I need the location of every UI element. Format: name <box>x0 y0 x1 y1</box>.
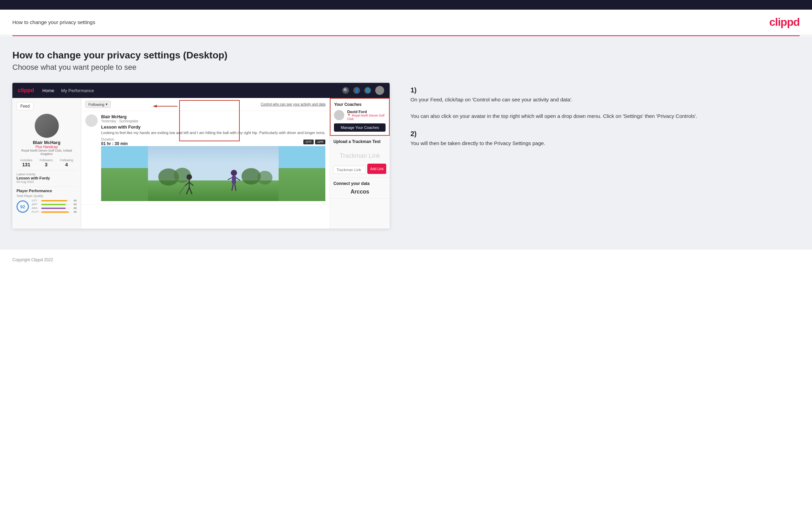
app-mockup-wrapper: clippd Home My Performance 🔍 👤 🌐 <box>12 83 390 229</box>
following-button[interactable]: Following ▾ <box>85 101 111 108</box>
latest-activity-date: 03 Aug 2022 <box>17 180 77 184</box>
instruction-1: 1) On your Feed, click/tap on 'Control w… <box>410 86 800 120</box>
app-mockup: clippd Home My Performance 🔍 👤 🌐 <box>12 83 390 229</box>
profile-photo <box>35 114 59 138</box>
app-nav: clippd Home My Performance 🔍 👤 🌐 <box>12 83 390 98</box>
stat-activities-value: 131 <box>20 162 32 167</box>
stat-followers-value: 3 <box>40 162 53 167</box>
header: How to change your privacy settings clip… <box>0 10 812 35</box>
app-nav-items: Home My Performance <box>42 88 94 93</box>
tag-app: APP <box>315 140 325 144</box>
activity-duration: Duration 01 hr : 30 min <box>101 137 128 146</box>
svg-rect-14 <box>232 176 236 184</box>
instruction-1-num: 1) <box>410 86 800 94</box>
app-nav-logo: clippd <box>18 87 34 93</box>
instruction-2-num: 2) <box>410 130 800 138</box>
svg-point-13 <box>231 170 237 176</box>
app-main: Following ▾ Control who can see your act… <box>81 98 329 229</box>
activity-item: Blair McHarg Yesterday · Sunningdale Les… <box>81 111 329 205</box>
coach-name: David Ford <box>347 110 386 114</box>
bar-app: APP 85 <box>32 203 77 206</box>
app-sidebar: Feed Blair McHarg Plus Handicap Royal No… <box>12 98 81 229</box>
activity-name: Blair McHarg <box>101 114 325 119</box>
footer-text: Copyright Clippd 2022 <box>12 257 53 262</box>
trackman-section: Upload a Trackman Test Trackman Link Add… <box>330 136 390 178</box>
sidebar-profile: Blair McHarg Plus Handicap Royal North D… <box>17 114 77 167</box>
stat-activities-label: Activities <box>20 158 32 162</box>
stat-following-label: Following <box>60 158 73 162</box>
quality-score: 92 <box>17 200 29 213</box>
nav-item-home[interactable]: Home <box>42 88 54 93</box>
instruction-1-text: On your Feed, click/tap on 'Control who … <box>410 96 800 120</box>
instruction-2-text: You will then be taken directly to the P… <box>410 139 800 147</box>
coach-info: David Ford 📍 Royal North Devon Golf Club <box>347 110 386 121</box>
activity-title: Lesson with Fordy <box>101 124 325 130</box>
manage-coaches-button[interactable]: Manage Your Coaches <box>334 123 386 132</box>
stat-following-value: 4 <box>60 162 73 167</box>
nav-item-performance[interactable]: My Performance <box>61 88 94 93</box>
coaches-section: Your Coaches David Ford 📍 Royal North De… <box>331 99 389 135</box>
demo-area: clippd Home My Performance 🔍 👤 🌐 <box>12 83 800 229</box>
user-avatar-nav[interactable] <box>375 86 384 95</box>
connect-data-title: Connect your data <box>333 181 386 186</box>
trackman-placeholder: Trackman Link <box>333 147 386 162</box>
quality-bars: OTT 90 APP 85 <box>32 199 77 214</box>
svg-point-5 <box>257 171 272 185</box>
player-performance: Player Performance Total Player Quality … <box>17 186 77 214</box>
feed-tab[interactable]: Feed <box>17 102 33 110</box>
activity-content: Blair McHarg Yesterday · Sunningdale Les… <box>101 114 325 201</box>
globe-icon[interactable]: 🌐 <box>364 87 371 94</box>
activity-avatar <box>85 114 98 127</box>
profile-level: Plus Handicap <box>17 145 77 149</box>
bar-ott: OTT 90 <box>32 199 77 202</box>
profile-photo-inner <box>35 114 59 138</box>
add-link-button[interactable]: Add Link <box>367 164 386 174</box>
clippd-logo: clippd <box>769 16 800 29</box>
arccos-label: Arccos <box>333 189 386 195</box>
app-right-panel: Your Coaches David Ford 📍 Royal North De… <box>329 98 390 229</box>
perf-title: Player Performance <box>17 189 77 193</box>
quality-content: 92 OTT 90 APP <box>17 199 77 214</box>
latest-activity-label: Latest Activity <box>17 173 77 176</box>
bar-putt: PUTT 96 <box>32 210 77 213</box>
control-privacy-link[interactable]: Control who can see your activity and da… <box>261 102 325 106</box>
page-subheading: Choose what you want people to see <box>12 63 800 72</box>
app-nav-right: 🔍 👤 🌐 <box>342 86 384 95</box>
trackman-input[interactable] <box>333 166 366 174</box>
coaches-title: Your Coaches <box>334 102 386 107</box>
header-title: How to change your privacy settings <box>12 19 95 25</box>
tag-ott: OTT <box>303 140 314 144</box>
latest-activity: Latest Activity Lesson with Fordy 03 Aug… <box>17 170 77 184</box>
profile-stats: Activities 131 Followers 3 Following 4 <box>17 158 77 167</box>
main-content: How to change your privacy settings (Des… <box>0 36 812 249</box>
stat-activities: Activities 131 <box>20 158 32 167</box>
footer: Copyright Clippd 2022 <box>0 249 812 269</box>
latest-activity-name: Lesson with Fordy <box>17 176 77 180</box>
activity-description: Looking to feel like my hands are exitin… <box>101 130 325 135</box>
trackman-title: Upload a Trackman Test <box>333 139 386 144</box>
activity-meta: Yesterday · Sunningdale <box>101 119 325 123</box>
feed-header: Following ▾ Control who can see your act… <box>81 98 329 111</box>
trackman-input-row: Add Link <box>333 164 386 174</box>
top-bar <box>0 0 812 10</box>
search-icon[interactable]: 🔍 <box>342 87 349 94</box>
coach-club-name: Royal North Devon Golf Club <box>347 114 385 121</box>
svg-point-6 <box>186 174 192 180</box>
coach-item: David Ford 📍 Royal North Devon Golf Club <box>334 110 386 121</box>
coach-avatar <box>334 110 344 120</box>
quality-label: Total Player Quality <box>17 194 77 198</box>
app-body: Feed Blair McHarg Plus Handicap Royal No… <box>12 98 390 229</box>
connect-data-section: Connect your data Arccos <box>330 178 390 199</box>
profile-club: Royal North Devon Golf Club, United King… <box>17 149 77 156</box>
bar-arg: ARG 86 <box>32 207 77 210</box>
activity-image <box>101 146 325 201</box>
page-heading: How to change your privacy settings (Des… <box>12 50 800 61</box>
stat-followers: Followers 3 <box>40 158 53 167</box>
coaches-section-highlighted: Your Coaches David Ford 📍 Royal North De… <box>330 98 390 136</box>
instruction-2: 2) You will then be taken directly to th… <box>410 130 800 147</box>
stat-following: Following 4 <box>60 158 73 167</box>
person-icon[interactable]: 👤 <box>353 87 360 94</box>
stat-followers-label: Followers <box>40 158 53 162</box>
instructions: 1) On your Feed, click/tap on 'Control w… <box>403 83 800 157</box>
coach-club-icon: 📍 Royal North Devon Golf Club <box>347 114 386 121</box>
